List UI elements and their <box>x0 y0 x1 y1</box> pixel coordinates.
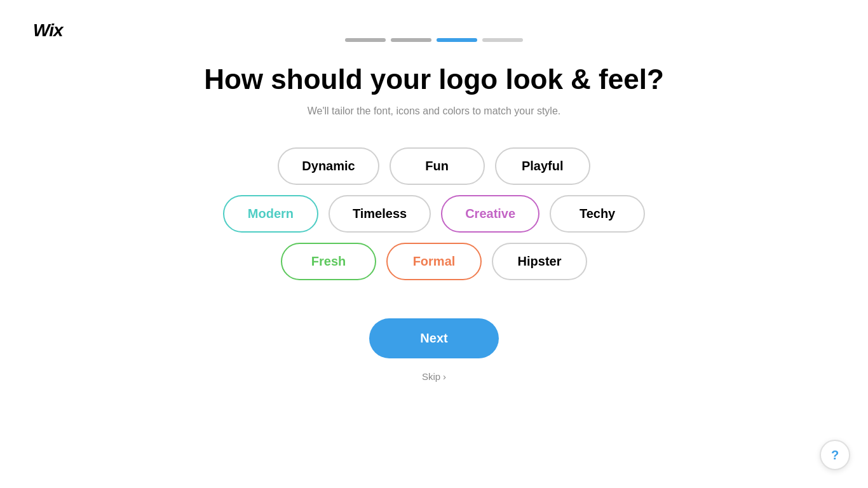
options-row-2: Modern Timeless Creative Techy <box>223 195 645 233</box>
skip-link[interactable]: Skip › <box>422 371 446 382</box>
options-row-1: Dynamic Fun Playful <box>278 147 590 185</box>
progress-segment-4 <box>482 38 523 42</box>
options-grid: Dynamic Fun Playful Modern Timeless Crea… <box>223 147 645 280</box>
wix-logo: Wix <box>33 20 63 41</box>
option-timeless[interactable]: Timeless <box>329 195 431 233</box>
progress-segment-1 <box>345 38 386 42</box>
options-row-3: Fresh Formal Hipster <box>281 243 587 280</box>
page-title: How should your logo look & feel? <box>204 64 664 95</box>
page-subtitle: We'll tailor the font, icons and colors … <box>308 105 561 117</box>
option-fun[interactable]: Fun <box>390 147 485 185</box>
option-creative[interactable]: Creative <box>441 195 539 233</box>
skip-label: Skip <box>422 371 440 382</box>
action-area: Next Skip › <box>369 318 498 382</box>
option-modern[interactable]: Modern <box>223 195 318 233</box>
next-button[interactable]: Next <box>369 318 498 358</box>
option-playful[interactable]: Playful <box>495 147 590 185</box>
progress-segment-2 <box>391 38 431 42</box>
option-formal[interactable]: Formal <box>386 243 482 280</box>
option-techy[interactable]: Techy <box>550 195 645 233</box>
option-dynamic[interactable]: Dynamic <box>278 147 379 185</box>
option-hipster[interactable]: Hipster <box>492 243 587 280</box>
help-button[interactable]: ? <box>820 440 850 470</box>
help-icon: ? <box>831 448 839 463</box>
main-content: How should your logo look & feel? We'll … <box>0 0 868 382</box>
progress-segment-3 <box>437 38 477 42</box>
progress-bar <box>345 38 523 42</box>
option-fresh[interactable]: Fresh <box>281 243 376 280</box>
skip-chevron: › <box>443 371 446 382</box>
